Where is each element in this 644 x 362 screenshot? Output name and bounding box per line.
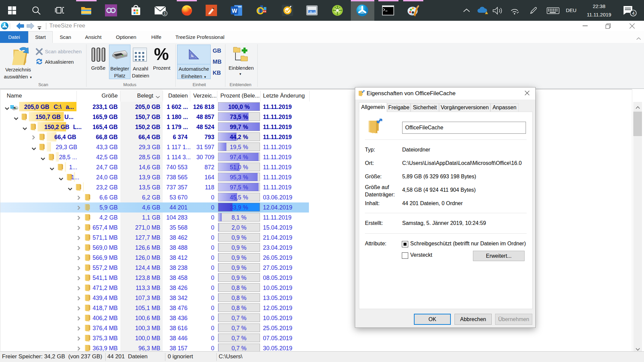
svg-text:W: W xyxy=(232,8,237,14)
svg-text:4: 4 xyxy=(632,11,634,16)
svg-text:1: 1 xyxy=(164,11,166,15)
svg-text:++: ++ xyxy=(263,10,266,13)
